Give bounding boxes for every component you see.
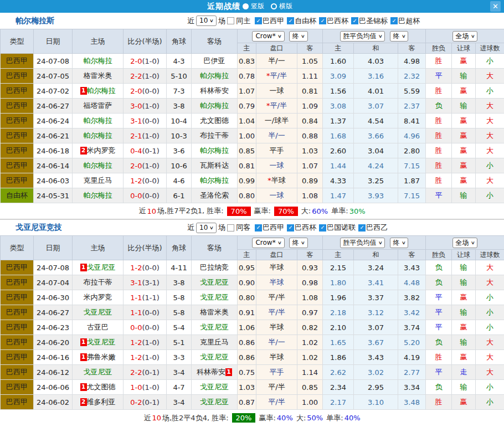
odds-home-cell: 0.86 [238, 350, 256, 365]
league-checkbox[interactable]: ✓ [358, 224, 366, 231]
league-checkbox[interactable]: ✓ [255, 224, 262, 231]
away-team-cell: 帕尔梅拉 [192, 99, 238, 114]
summary-segment: 40% [277, 414, 293, 422]
games-count-select[interactable]: 10∨ [196, 16, 217, 26]
league-type-cell: 巴西甲 [1, 84, 34, 99]
fulltime-score: 2-2 [130, 72, 142, 80]
handicap-line-cell: 一球 [256, 158, 297, 173]
mean-time-select[interactable]: 终∨ [390, 31, 409, 42]
home-team-cell: 1帕尔梅拉 [73, 84, 124, 99]
match-date: 24-06-27 [34, 99, 73, 114]
odds-home-cell: 0.87 [238, 395, 256, 410]
away-team-name: 戈亚尼亚 [200, 278, 229, 286]
close-button[interactable]: ✕ [490, 1, 501, 12]
mean-home-cell: 1.37 [323, 114, 354, 128]
odds-time-select[interactable]: 终∨ [289, 31, 308, 42]
result-cell: 胜 [426, 143, 452, 158]
odds-home-cell: 1.06 [238, 320, 256, 335]
league-label[interactable]: 自由杯 [295, 16, 316, 26]
halftime-score: (1-0) [142, 132, 159, 140]
odds-home-cell: 0.99 [238, 173, 256, 188]
same-venue-checkbox[interactable] [227, 224, 234, 231]
matches-tbody: 巴西甲24-07-081戈亚尼亚1-2(0-0)4-11巴拉纳竞0.95半球0.… [1, 260, 504, 410]
league-label[interactable]: 巴超杯 [398, 16, 420, 26]
scope-select[interactable]: 全场∨ [452, 238, 478, 248]
league-label[interactable]: 巴西杯 [327, 16, 348, 26]
league-checkbox[interactable]: ✓ [351, 17, 358, 24]
mean-time-select[interactable]: 终∨ [390, 238, 409, 248]
score-cell: 3-0(1-0) [124, 99, 167, 114]
league-checkbox[interactable]: ✓ [287, 224, 294, 231]
odds-home-cell: 1.00 [238, 128, 256, 143]
mean-away-cell: 3.34 [398, 380, 426, 395]
halftime-score: (0-0) [142, 117, 159, 125]
odds-company-select[interactable]: Crow*∨ [252, 31, 284, 42]
home-team-name: 戈亚尼亚 [84, 368, 112, 376]
handicap-result-cell: 赢 [452, 84, 476, 99]
home-team-name: 帕尔梅拉 [84, 131, 112, 140]
mean-away-cell: 3.42 [398, 305, 426, 320]
match-row: 巴西甲24-06-21帕尔梅拉2-1(1-0)10-3布拉干蒂1.00半/一0.… [1, 128, 504, 143]
league-checkbox[interactable]: ✓ [390, 17, 398, 24]
mean-type-select[interactable]: 胜平负均值∨ [340, 31, 385, 42]
red-card-badge: 1 [80, 383, 87, 391]
col-type: 类型 [1, 29, 34, 54]
corner-cell: 4-7 [167, 380, 192, 395]
league-label[interactable]: 巴西甲 [263, 16, 284, 26]
fulltime-score: 1-2 [130, 338, 142, 347]
odds-company-select[interactable]: Crow*∨ [252, 238, 284, 248]
league-label[interactable]: 巴西杯 [295, 223, 316, 233]
fulltime-score: 0-0 [130, 323, 142, 332]
home-team-cell: 戈亚尼亚 [73, 305, 124, 320]
away-team-name: 布拉干蒂 [200, 131, 229, 140]
odds-home-cell: 0.79 [238, 99, 256, 114]
handicap-result-cell: 赢 [452, 320, 476, 335]
corner-cell: 3-8 [167, 99, 192, 114]
col-result: 胜负 [426, 43, 452, 54]
league-label[interactable]: 巴圣锦标 [359, 16, 388, 26]
away-team-cell: 圣洛伦索 [192, 188, 238, 203]
halftime-score: (1-0) [142, 162, 159, 170]
league-label[interactable]: 巴西甲 [263, 223, 284, 233]
match-row: 巴西甲24-06-12戈亚尼亚2-2(0-1)3-4科林蒂安10.75平手1.1… [1, 365, 504, 380]
odds-home-cell: 0.91 [238, 305, 256, 320]
vertical-layout-radio[interactable] [243, 3, 249, 9]
col-mean-away: 客 [398, 250, 426, 260]
horizontal-layout-label[interactable]: 横版 [279, 2, 292, 11]
mean-group-header: 胜平负均值∨ 终∨ [323, 236, 426, 250]
handicap-line-cell: 半/一 [256, 335, 297, 350]
vertical-layout-label[interactable]: 竖版 [251, 2, 264, 11]
odds-time-select[interactable]: 终∨ [289, 238, 308, 248]
halftime-score: (0-0) [142, 308, 159, 317]
odds-away-cell: 1.08 [297, 290, 323, 305]
mean-away-cell: 8.41 [398, 114, 426, 128]
scope-select[interactable]: 全场∨ [452, 31, 478, 42]
col-score: 比分(半场) [124, 236, 167, 260]
match-row: 巴西甲24-06-24帕尔梅拉3-1(0-0)10-4尤文图德1.04一/球半0… [1, 114, 504, 128]
horizontal-layout-radio[interactable] [271, 3, 277, 9]
league-checkbox[interactable]: ✓ [319, 17, 326, 24]
handicap-line: 平/半 [268, 308, 285, 316]
matches-table: 类型 日期 主场 比分(半场) 角球 客场 Crow*∨ 终∨ 胜平负均值∨ 终… [0, 29, 504, 203]
fulltime-score: 1-2 [130, 353, 142, 362]
away-team-name: 戈亚尼亚 [200, 398, 229, 406]
league-checkbox[interactable]: ✓ [319, 224, 326, 231]
col-handicap: 让球 [452, 250, 476, 260]
handicap-result-cell: 赢 [452, 114, 476, 128]
handicap-line: 一球 [270, 86, 284, 95]
team-section: 戈亚尼亚竞技 近 10∨ 场 同客 ✓巴西甲✓巴西杯✓巴国诺联✓巴西乙 类型 日… [0, 219, 504, 426]
corner-cell: 5-1 [167, 335, 192, 350]
mean-type-select[interactable]: 胜平负均值∨ [340, 238, 385, 248]
league-label[interactable]: 巴国诺联 [327, 223, 356, 233]
same-venue-checkbox[interactable] [227, 17, 234, 24]
mean-away-cell: 5.20 [398, 335, 426, 350]
league-type-cell: 自由杯 [1, 188, 34, 203]
odds-group-header: Crow*∨ 终∨ [238, 29, 323, 43]
league-checkbox[interactable]: ✓ [287, 17, 294, 24]
away-team-cell: 布拉干蒂 [192, 128, 238, 143]
goals-result-cell: 大 [476, 260, 504, 275]
away-team-cell: 戈亚尼亚 [192, 395, 238, 410]
league-checkbox[interactable]: ✓ [255, 17, 262, 24]
games-count-select[interactable]: 10∨ [196, 223, 217, 233]
league-label[interactable]: 巴西乙 [366, 223, 388, 233]
